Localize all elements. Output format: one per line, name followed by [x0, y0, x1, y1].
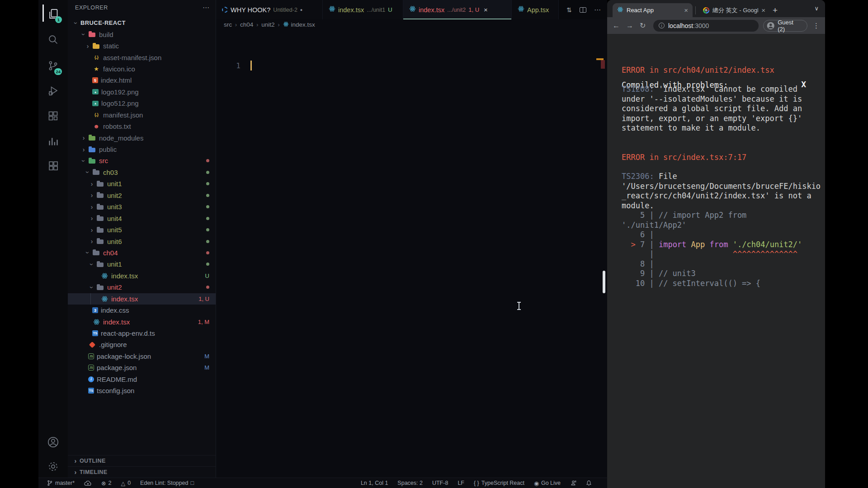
tree-item-unit5[interactable]: ›unit5: [68, 224, 216, 235]
error-message: TS2306: File '/Users/brucetseng/Document…: [622, 172, 824, 288]
browser-tab-2[interactable]: 總分 英文 - Google S×: [698, 3, 770, 17]
tree-item-unit6[interactable]: ›unit6: [68, 235, 216, 247]
status-item-lf[interactable]: LF: [458, 480, 464, 486]
editor-scrollbar[interactable]: [603, 271, 605, 293]
tree-item-index.tsx[interactable]: index.tsx1, U: [68, 293, 216, 305]
tree-item-ch04[interactable]: ›ch04: [68, 247, 216, 258]
tree-item-package-lock.json[interactable]: JSpackage-lock.jsonM: [68, 351, 216, 362]
profile-button[interactable]: Guest (2): [763, 20, 807, 32]
sync-changes-icon[interactable]: ⇅: [566, 6, 572, 14]
tree-item-index.css[interactable]: 3index.css: [68, 305, 216, 316]
tree-item-unit3[interactable]: ›unit3: [68, 201, 216, 212]
tree-item-package.json[interactable]: JSpackage.jsonM: [68, 362, 216, 373]
tree-item-react-app-env.d.ts[interactable]: TSreact-app-env.d.ts: [68, 328, 216, 339]
settings-icon: [47, 460, 59, 473]
back-icon[interactable]: ←: [613, 22, 626, 30]
code-token-kw: from: [710, 240, 728, 249]
browser-tab-1[interactable]: React App×: [613, 3, 693, 17]
folder-icon: [88, 134, 96, 141]
browser-window: React App×總分 英文 - Google S×+∨ ← → ↻ i lo…: [607, 0, 825, 488]
editor-body[interactable]: 1: [216, 30, 607, 478]
breadcrumb-item-src[interactable]: src: [224, 21, 232, 28]
new-tab-icon[interactable]: +: [770, 5, 780, 15]
tree-item-index.html[interactable]: 5index.html: [68, 75, 216, 86]
tree-item-src[interactable]: ›src: [68, 155, 216, 166]
activity-bar-item-search[interactable]: [38, 30, 68, 48]
tree-item-.gitignore[interactable]: .gitignore: [68, 339, 216, 350]
tree-item-label: logo192.png: [101, 88, 139, 96]
tree-item-unit1[interactable]: ›unit1: [68, 178, 216, 189]
status-item-bell[interactable]: [586, 480, 592, 486]
tree-item-index.tsx[interactable]: index.tsx1, M: [68, 316, 216, 327]
breadcrumb-item-index.tsx[interactable]: index.tsx: [283, 21, 315, 28]
branch-icon: [47, 480, 53, 486]
code-token-gut: [622, 240, 631, 249]
tree-item-tsconfig.json[interactable]: TStsconfig.json: [68, 385, 216, 396]
activity-bar-item-source-control[interactable]: 24: [38, 56, 68, 75]
status-item-ln-1-col-1[interactable]: Ln 1, Col 1: [361, 480, 388, 486]
close-icon[interactable]: ×: [761, 6, 765, 14]
git-status-badge: M: [204, 364, 209, 371]
close-icon[interactable]: ×: [684, 6, 688, 14]
reload-icon[interactable]: ↻: [640, 21, 653, 30]
address-bar[interactable]: i localhost:3000: [653, 20, 759, 32]
breadcrumb-item-unit2[interactable]: unit2: [261, 21, 274, 28]
tree-root[interactable]: ›BRUCE-REACT: [68, 17, 216, 28]
sidebar-section-timeline[interactable]: ›TIMELINE: [68, 466, 216, 478]
editor-tab-app-tsx[interactable]: App.tsx: [512, 0, 559, 19]
tree-item-label: asset-manifest.json: [103, 54, 161, 61]
tree-item-public[interactable]: ›public: [68, 144, 216, 155]
tree-item-README.md[interactable]: iREADME.md: [68, 374, 216, 385]
editor-tab-index-tsx[interactable]: index.tsx.../unit1U: [323, 0, 403, 19]
editor-more-actions-icon[interactable]: ⋯: [594, 6, 601, 14]
site-info-icon[interactable]: i: [659, 23, 665, 28]
activity-bar-item-settings[interactable]: [38, 457, 68, 475]
tree-item-unit4[interactable]: ›unit4: [68, 212, 216, 224]
tree-item-unit2[interactable]: ›unit2: [68, 190, 216, 201]
tree-item-logo192.png[interactable]: ▴logo192.png: [68, 86, 216, 98]
tree-item-index.tsx[interactable]: index.tsxU: [68, 270, 216, 282]
tree-item-node_modules[interactable]: ›node_modules: [68, 132, 216, 143]
activity-bar-item-run-debug[interactable]: [38, 81, 68, 99]
tree-item-robots.txt[interactable]: ☻robots.txt: [68, 121, 216, 132]
forward-icon[interactable]: →: [626, 22, 640, 30]
tree-item-unit1[interactable]: ›unit1: [68, 258, 216, 270]
status-item-feedback[interactable]: [570, 480, 576, 486]
editor-tab-index-tsx[interactable]: index.tsx.../unit21, U×: [403, 0, 512, 19]
activity-bar-item-explorer[interactable]: 1: [38, 5, 68, 23]
browser-menu-icon[interactable]: ⋮: [813, 22, 820, 30]
status-item-master-[interactable]: master*: [47, 480, 75, 486]
status-item-go-live[interactable]: ◉Go Live: [534, 480, 561, 487]
activity-bar-item-test-chart[interactable]: [38, 132, 68, 150]
close-icon[interactable]: ×: [484, 6, 488, 14]
breadcrumb-item-ch04[interactable]: ch04: [240, 21, 253, 28]
tree-item-ch03[interactable]: ›ch03: [68, 167, 216, 178]
sidebar-section-outline[interactable]: ›OUTLINE: [68, 455, 216, 466]
code-token-plain: [659, 249, 733, 258]
status-item-0[interactable]: △0: [121, 480, 131, 487]
tree-item-logo512.png[interactable]: ▴logo512.png: [68, 98, 216, 109]
tree-item-manifest.json[interactable]: {..}manifest.json: [68, 109, 216, 121]
editor-tab-why-hook-[interactable]: WHY HOOK?Untitled-2●: [216, 0, 323, 19]
activity-bar-item-extensions[interactable]: [38, 107, 68, 125]
status-item-eden-lint-stopped[interactable]: Eden Lint: Stopped□: [140, 480, 194, 486]
breadcrumb-separator: ›: [278, 22, 280, 28]
explorer-more-actions-icon[interactable]: ⋯: [203, 4, 209, 12]
tree-item-asset-manifest.json[interactable]: {..}asset-manifest.json: [68, 52, 216, 63]
activity-bar-item-account[interactable]: [38, 433, 68, 451]
tree-item-static[interactable]: ›static: [68, 40, 216, 52]
tree-item-label: unit5: [107, 226, 122, 234]
status-item-spaces-2[interactable]: Spaces: 2: [397, 480, 423, 486]
tree-item-unit2[interactable]: ›unit2: [68, 282, 216, 293]
split-editor-icon[interactable]: [580, 7, 586, 13]
status-item-cloud[interactable]: [84, 480, 92, 486]
tab-overflow-icon[interactable]: ∨: [814, 5, 819, 12]
status-item-2[interactable]: ⊗2: [101, 480, 111, 487]
tree-item-build[interactable]: ›build: [68, 28, 216, 40]
code-token-gut: 8 |: [622, 259, 654, 268]
status-item-utf-8[interactable]: UTF-8: [432, 480, 448, 486]
activity-bar-item-grid[interactable]: [38, 156, 68, 174]
status-item-typescript-react[interactable]: { }TypeScript React: [474, 480, 524, 486]
url-host: localhost: [668, 22, 693, 29]
tree-item-favicon.ico[interactable]: ★favicon.ico: [68, 63, 216, 75]
